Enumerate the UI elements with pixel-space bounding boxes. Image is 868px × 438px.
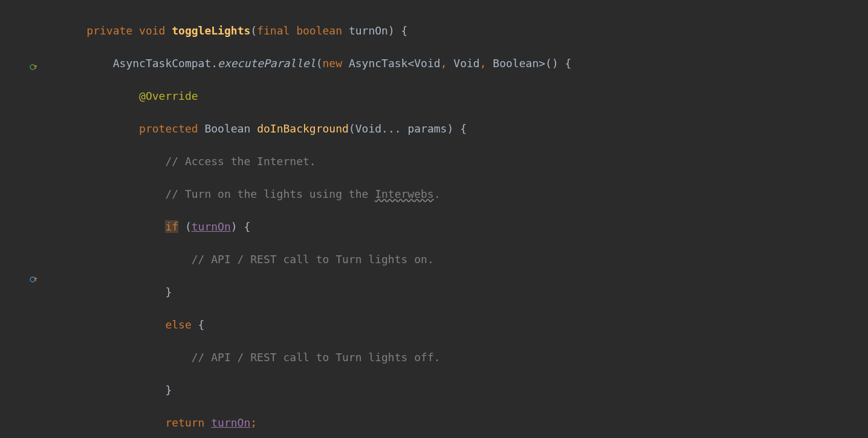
comment: .	[434, 188, 441, 200]
param-name: turnOn	[349, 24, 388, 37]
override-gutter-icon[interactable]	[29, 275, 39, 284]
keyword-private: private	[86, 24, 132, 37]
editor-gutter	[0, 0, 45, 438]
svg-point-1	[30, 277, 35, 282]
keyword-void: void	[139, 24, 165, 37]
method-name: doInBackground	[257, 122, 349, 135]
punct: )	[231, 220, 238, 233]
punct: {	[401, 24, 408, 37]
code-line[interactable]: AsyncTaskCompat.executeParallel(new Asyn…	[45, 55, 868, 71]
code-line[interactable]: @Override	[45, 88, 868, 104]
keyword-protected: protected	[139, 122, 198, 135]
type-name: Void	[355, 122, 381, 135]
comment-typo: Interwebs	[375, 188, 434, 200]
punct: ,	[480, 57, 487, 70]
punct: <	[407, 57, 414, 70]
punct: {	[244, 220, 250, 233]
code-line[interactable]: if (turnOn) {	[45, 218, 868, 235]
punct: )	[388, 24, 395, 37]
comment: // Access the Internet.	[165, 155, 316, 168]
keyword-new: new	[323, 57, 343, 70]
punct: {	[565, 57, 572, 70]
annotation-override: @Override	[139, 90, 198, 102]
punct: )	[447, 122, 453, 135]
punct: .	[211, 57, 218, 70]
class-name: AsyncTaskCompat	[113, 57, 212, 70]
type-name: Void	[414, 57, 440, 70]
variable-ref: turnOn	[211, 416, 250, 429]
override-gutter-icon[interactable]	[29, 62, 39, 72]
code-line[interactable]: protected Boolean doInBackground(Void...…	[45, 120, 868, 137]
punct: {	[460, 122, 467, 135]
keyword-boolean: boolean	[296, 24, 342, 37]
punct: (	[545, 57, 552, 70]
code-line[interactable]: private void toggleLights(final boolean …	[45, 22, 868, 39]
keyword-final: final	[257, 24, 290, 37]
keyword-return: return	[165, 416, 204, 429]
punct: ,	[441, 57, 447, 70]
type-name: Boolean	[493, 57, 539, 70]
code-line[interactable]: // Access the Internet.	[45, 153, 868, 169]
svg-point-0	[30, 65, 35, 70]
comment: // API / REST call to Turn lights off.	[192, 351, 441, 364]
type-name: Void	[453, 57, 479, 70]
type-name: Boolean	[204, 122, 250, 135]
punct: >	[539, 57, 545, 70]
punct: )	[552, 57, 559, 70]
variable-ref: turnOn	[192, 220, 231, 233]
code-line[interactable]: // API / REST call to Turn lights off.	[45, 349, 868, 365]
code-editor[interactable]: private void toggleLights(final boolean …	[45, 6, 868, 438]
keyword-if: if	[165, 220, 178, 233]
code-line[interactable]: }	[45, 382, 868, 398]
param-name: params	[407, 122, 447, 135]
punct: (	[316, 57, 323, 70]
punct: }	[165, 286, 172, 298]
punct: (	[185, 220, 192, 233]
code-line[interactable]: else {	[45, 316, 868, 333]
method-name: toggleLights	[172, 24, 250, 37]
punct: {	[198, 318, 205, 331]
punct: ...	[381, 122, 401, 135]
comment: // Turn on the lights using the	[165, 188, 375, 200]
keyword-else: else	[165, 318, 191, 331]
class-name: AsyncTask	[349, 57, 408, 70]
code-line[interactable]: // Turn on the lights using the Interweb…	[45, 186, 868, 202]
code-line[interactable]: }	[45, 284, 868, 300]
punct: (	[349, 122, 355, 135]
method-call: executeParallel	[218, 57, 316, 70]
punct: }	[165, 384, 172, 396]
code-line[interactable]: // API / REST call to Turn lights on.	[45, 251, 868, 267]
comment: // API / REST call to Turn lights on.	[192, 253, 434, 266]
code-line[interactable]: return turnOn;	[45, 414, 868, 431]
punct: ;	[250, 416, 257, 429]
punct: (	[250, 24, 257, 37]
